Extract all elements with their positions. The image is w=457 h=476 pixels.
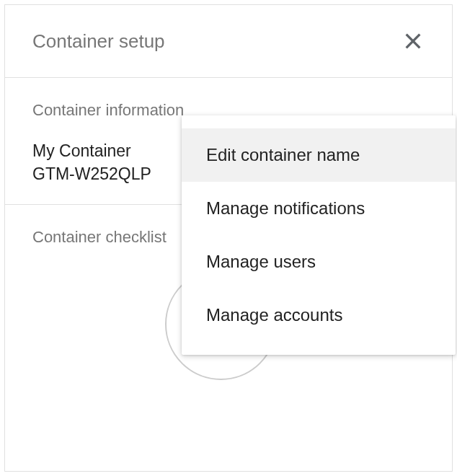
- menu-item-edit-container-name[interactable]: Edit container name: [182, 128, 456, 182]
- close-button[interactable]: [399, 27, 427, 56]
- close-icon: [401, 30, 425, 53]
- panel-title: Container setup: [32, 30, 165, 53]
- menu-item-manage-notifications[interactable]: Manage notifications: [182, 182, 456, 235]
- container-setup-panel: Container setup Container information My…: [4, 4, 453, 472]
- panel-header: Container setup: [5, 5, 452, 78]
- menu-item-manage-accounts[interactable]: Manage accounts: [182, 288, 456, 342]
- context-menu: Edit container name Manage notifications…: [182, 115, 456, 355]
- menu-item-manage-users[interactable]: Manage users: [182, 235, 456, 288]
